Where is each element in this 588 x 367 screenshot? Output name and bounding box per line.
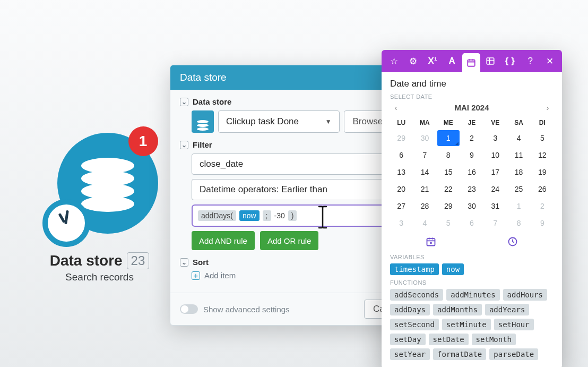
tab-text[interactable]: A	[443, 50, 461, 72]
picker-help[interactable]: ?	[521, 50, 539, 72]
calendar-day: 4	[413, 215, 436, 231]
calendar-prev[interactable]: ‹	[390, 103, 402, 112]
calendar-day: 1	[507, 198, 530, 214]
select-date-label: SELECT DATE	[390, 93, 554, 100]
token-variable[interactable]: now	[239, 210, 260, 221]
calendar-day[interactable]: 9	[461, 147, 483, 163]
calendar-day[interactable]: 18	[507, 164, 530, 180]
calendar-day[interactable]: 31	[484, 198, 506, 214]
calendar-day[interactable]: 1	[437, 130, 460, 146]
calendar-day[interactable]: 27	[390, 198, 412, 214]
function-chip[interactable]: addSeconds	[390, 289, 443, 301]
function-chip[interactable]: setHour	[494, 319, 534, 330]
calendar-day[interactable]: 22	[437, 181, 460, 197]
advanced-toggle[interactable]: Show advanced settings	[180, 304, 290, 314]
calendar-weekday: DI	[531, 116, 554, 129]
calendar-day[interactable]: 2	[461, 130, 483, 146]
functions-row: addSecondsaddMinutesaddHoursaddDaysaddMo…	[390, 289, 554, 360]
function-chip[interactable]: addMinutes	[446, 289, 499, 301]
tab-json[interactable]: { }	[501, 50, 519, 72]
calendar-day[interactable]: 24	[484, 181, 506, 197]
collapse-icon[interactable]: ⌄	[180, 98, 188, 106]
collapse-icon[interactable]: ⌄	[180, 141, 188, 149]
function-chip[interactable]: addHours	[503, 289, 547, 301]
calendar-day: 7	[484, 215, 506, 231]
time-icon[interactable]	[507, 236, 518, 250]
calendar-weekday: ME	[437, 116, 460, 129]
tab-star[interactable]: ☆	[385, 50, 403, 72]
token-separator: ;	[263, 210, 271, 221]
function-chip[interactable]: formatDate	[433, 348, 486, 360]
calendar-weekday: VE	[484, 116, 506, 129]
add-and-rule-button[interactable]: Add AND rule	[192, 231, 255, 250]
date-range-icon[interactable]	[426, 236, 436, 250]
function-chip[interactable]: setMinute	[442, 319, 491, 330]
calendar-day[interactable]: 26	[531, 181, 554, 197]
calendar-day[interactable]: 29	[437, 198, 460, 214]
calendar-day: 5	[437, 215, 460, 231]
calendar-day: 9	[531, 215, 554, 231]
calendar-day: 30	[413, 130, 436, 146]
function-chip[interactable]: addDays	[390, 304, 430, 315]
token-function[interactable]: addDays(	[198, 210, 236, 221]
tab-datetime[interactable]	[462, 53, 480, 72]
calendar-day[interactable]: 11	[507, 147, 530, 163]
calendar-day[interactable]: 5	[531, 130, 554, 146]
calendar-day[interactable]: 13	[390, 164, 412, 180]
calendar-day[interactable]: 21	[413, 181, 436, 197]
function-chip[interactable]: setMonth	[472, 334, 516, 345]
calendar-day[interactable]: 4	[507, 130, 530, 146]
function-chip[interactable]: parseDate	[489, 348, 538, 360]
module-subtitle: Search records	[40, 271, 159, 283]
calendar-day[interactable]: 14	[413, 164, 436, 180]
function-chip[interactable]: addYears	[485, 304, 529, 315]
tab-settings[interactable]: ⚙	[404, 50, 422, 72]
add-icon[interactable]: +	[192, 271, 200, 280]
calendar-day: 29	[390, 130, 412, 146]
calendar-day[interactable]: 17	[484, 164, 506, 180]
calendar-day[interactable]: 25	[507, 181, 530, 197]
collapse-icon[interactable]: ⌄	[180, 258, 188, 267]
calendar-day[interactable]: 10	[484, 147, 506, 163]
clock-icon	[42, 199, 90, 247]
function-chip[interactable]: setDate	[429, 334, 469, 345]
function-chip[interactable]: setDay	[390, 334, 426, 345]
variable-chip[interactable]: timestamp	[390, 263, 439, 275]
calendar-day: 6	[461, 215, 483, 231]
calendar-day[interactable]: 15	[437, 164, 460, 180]
calendar-day[interactable]: 16	[461, 164, 483, 180]
svg-rect-1	[487, 58, 495, 64]
functions-label: FUNCTIONS	[390, 279, 554, 286]
calendar-day[interactable]: 7	[413, 147, 436, 163]
calendar-day[interactable]: 28	[413, 198, 436, 214]
calendar-day[interactable]: 19	[531, 164, 554, 180]
tab-array[interactable]	[481, 50, 499, 72]
svg-rect-0	[468, 60, 475, 66]
calendar-day[interactable]: 20	[390, 181, 412, 197]
section-label: Sort	[193, 258, 209, 267]
datastore-icon	[192, 110, 214, 133]
calendar-day[interactable]: 12	[531, 147, 554, 163]
function-chip[interactable]: setSecond	[390, 319, 439, 330]
calendar-day[interactable]: 6	[390, 147, 412, 163]
variable-chip[interactable]: now	[442, 263, 464, 275]
toggle-switch[interactable]	[180, 304, 198, 314]
tab-math[interactable]: X¹	[423, 50, 442, 72]
picker-close[interactable]: ✕	[541, 50, 559, 72]
datastore-selected: Clickup task Done	[226, 116, 299, 127]
module-icon[interactable]: 1	[47, 133, 153, 239]
calendar-day[interactable]: 8	[437, 147, 460, 163]
calendar-next[interactable]: ›	[542, 103, 554, 112]
add-or-rule-button[interactable]: Add OR rule	[260, 231, 319, 250]
function-chip[interactable]: addMonths	[433, 304, 482, 315]
calendar-day[interactable]: 23	[461, 181, 483, 197]
calendar-day[interactable]: 3	[484, 130, 506, 146]
function-chip[interactable]: setYear	[390, 348, 430, 360]
chevron-down-icon: ▼	[325, 118, 332, 125]
datastore-select[interactable]: Clickup task Done ▼	[218, 110, 340, 133]
variables-row: timestampnow	[390, 263, 554, 275]
calendar-month: MAI 2024	[454, 103, 489, 112]
calendar-day[interactable]: 30	[461, 198, 483, 214]
add-item-button[interactable]: Add item	[204, 271, 236, 280]
advanced-label: Show advanced settings	[203, 305, 290, 314]
